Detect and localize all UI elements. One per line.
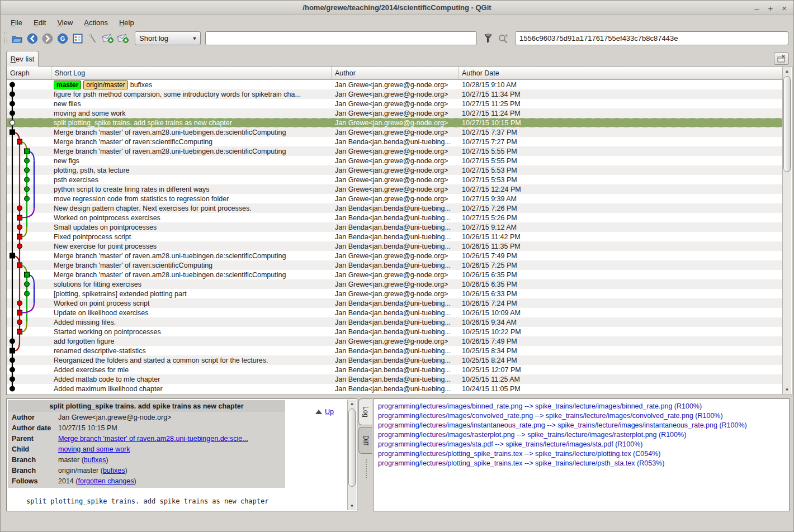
cell-short-log: Update on likelihood exercises [51,309,332,317]
table-row[interactable]: Reorganized the folders and started a co… [7,355,783,365]
cell-author-date: 10/26/15 7:49 PM [459,338,783,345]
minimize-button[interactable]: – [754,4,759,12]
menu-file[interactable]: File [5,17,28,28]
toolbar-grip[interactable] [4,32,7,45]
table-row[interactable]: new filesJan Grewe<jan.grewe@g-node.org>… [7,99,783,108]
cell-author: Jan Benda<jan.benda@uni-tuebing... [332,309,459,317]
file-rename-entry[interactable]: programming/lectures/plotting_spike_trai… [378,459,789,468]
branch-tag: master [54,80,81,89]
table-row[interactable]: renamed descriptive-statisticsJan Benda<… [7,346,783,355]
scrollbar-thumb[interactable] [348,408,356,487]
cell-author-date: 10/26/15 7:24 PM [459,300,783,307]
side-tab-log[interactable]: Log [358,398,372,425]
table-row[interactable]: Merge branch 'master' of raven:scientifi… [7,137,783,146]
table-row[interactable]: masterorigin/masterbufixesJan Grewe<jan.… [7,80,783,89]
table-row[interactable]: Added missing files.Jan Benda<jan.benda@… [7,317,783,327]
table-row[interactable]: move regression code from statistics to … [7,194,783,203]
file-rename-entry[interactable]: programming/lectures/images/binned_rate.… [378,402,789,411]
table-row[interactable]: Small updates on pointprocessesJan Benda… [7,222,783,232]
scroll-up-icon[interactable]: ▲ [348,400,356,407]
back-button[interactable] [25,31,40,45]
file-rename-entry[interactable]: programming/lectures/images/convolved_ra… [378,411,789,421]
view-list-button[interactable] [70,31,85,45]
cell-author-date: 10/27/15 5:55 PM [459,148,783,155]
search-edit-icon [498,34,509,44]
reload-button[interactable]: G [55,31,70,45]
wand-button[interactable] [85,31,100,45]
menu-view[interactable]: View [51,17,78,28]
up-button[interactable]: Up [315,408,334,416]
details-scrollbar[interactable]: ▲ ▼ [347,400,356,510]
tab-rev-list[interactable]: Rev list [6,51,39,66]
detail-link[interactable]: moving and some work [58,445,130,453]
table-row[interactable]: [plotting, spiketrains] extended plottin… [7,289,783,298]
menu-edit[interactable]: Edit [28,17,51,28]
save-patch-icon [117,33,129,44]
apply-patch-button[interactable] [100,31,115,45]
maximize-button[interactable]: + [768,4,773,12]
cell-author: Jan Grewe<jan.grewe@g-node.org> [332,81,459,89]
table-row[interactable]: New exercise for point processesJan Bend… [7,241,783,251]
splitter-grip[interactable] [366,459,367,478]
table-row[interactable]: Added exercises for mleJan Benda<jan.ben… [7,365,783,374]
file-rename-entry[interactable]: programming/lectures/images/sta.pdf --> … [378,440,789,449]
menu-help[interactable]: Help [114,17,140,28]
cell-short-log: Merge branch 'master' of raven.am28.uni-… [51,129,332,136]
scroll-down-icon[interactable]: ▼ [783,386,791,393]
table-row[interactable]: Merge branch 'master' of raven:scientifi… [7,260,783,270]
table-row[interactable]: Merge branch 'master' of raven.am28.uni-… [7,146,783,156]
table-row[interactable]: Fixed pointprocess scriptJan Benda<jan.b… [7,232,783,241]
table-row[interactable]: figure for psth method comparsion, some … [7,89,783,99]
up-link[interactable]: Up [325,408,334,416]
close-button[interactable]: × [782,4,787,12]
file-rename-entry[interactable]: programming/lectures/images/instantaneou… [378,421,789,430]
table-row[interactable]: split plotting_spike trains. add spike t… [7,118,783,127]
scroll-down-icon[interactable]: ▼ [348,502,356,510]
table-row[interactable]: Worked on pointprocess exercisesJan Bend… [7,213,783,222]
table-row[interactable]: add forgotten figureJan Grewe<jan.grewe@… [7,336,783,346]
column-header-author-date[interactable]: Author Date [459,66,783,79]
table-row[interactable]: New design pattern chapter. Next exercis… [7,203,783,213]
table-row[interactable]: Merge branch 'master' of raven.am28.uni-… [7,251,783,260]
open-repo-button[interactable] [10,31,25,45]
scrollbar-thumb[interactable] [783,76,791,172]
qgit-window: /home/grewe/teaching/2014/scientificComp… [0,0,794,532]
titlebar[interactable]: /home/grewe/teaching/2014/scientificComp… [1,1,793,15]
column-header-author[interactable]: Author [332,66,459,79]
tab-corner-button[interactable] [774,53,789,65]
detail-link[interactable]: forgotten changes [78,477,134,485]
column-header-short-log[interactable]: Short Log [51,66,332,79]
table-row[interactable]: moving and some workJan Grewe<jan.grewe@… [7,108,783,118]
table-row[interactable]: Started working on pointprocessesJan Ben… [7,327,783,336]
table-row[interactable]: Worked on point process scriptJan Benda<… [7,298,783,308]
table-row[interactable]: Merge branch 'master' of raven.am28.uni-… [7,270,783,279]
table-row[interactable]: Merge branch 'master' of raven.am28.uni-… [7,127,783,137]
search-input[interactable] [205,31,477,45]
scroll-up-icon[interactable]: ▲ [783,68,791,75]
highlight-search-button[interactable] [495,31,511,45]
table-row[interactable]: psth exercisesJan Grewe<jan.grewe@g-node… [7,175,783,184]
log-view-select[interactable]: Short log ▼ [135,31,201,45]
table-row[interactable]: plotting, psth, sta lectureJan Grewe<jan… [7,165,783,175]
filter-button[interactable] [480,31,495,45]
table-row[interactable]: Added matlab code to mle chapterJan Bend… [7,374,783,384]
table-row[interactable]: python script to create firing rates in … [7,184,783,194]
column-header-graph[interactable]: Graph [7,66,51,79]
detail-link[interactable]: bufixes [84,456,106,464]
detail-field-value: ) [106,456,108,464]
detail-link[interactable]: bufixes [103,467,125,474]
forward-button[interactable] [40,31,55,45]
detail-field-label: Author date [8,424,58,432]
table-row[interactable]: solutions for fitting exercisesJan Grewe… [7,279,783,289]
detail-link[interactable]: Merge branch 'master' of raven.am28.uni-… [58,435,248,443]
table-row[interactable]: Added maximum likelihood chapterJan Bend… [7,384,783,393]
table-row[interactable]: new figsJan Grewe<jan.grewe@g-node.org>1… [7,156,783,165]
menu-actions[interactable]: Actions [78,17,114,28]
rev-list-scrollbar[interactable]: ▲ ▼ [782,67,791,394]
table-row[interactable]: Update on likelihood exercisesJan Benda<… [7,308,783,317]
sha-input[interactable] [515,31,788,45]
side-tab-diff[interactable]: Diff [358,427,372,454]
save-patch-button[interactable] [115,31,130,45]
file-rename-entry[interactable]: programming/lectures/plotting_spike_trai… [378,449,789,459]
file-rename-entry[interactable]: programming/lectures/images/rasterplot.p… [378,430,789,440]
